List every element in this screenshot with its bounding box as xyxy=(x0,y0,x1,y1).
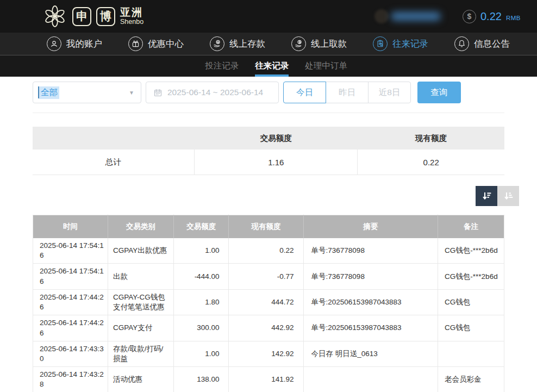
nav-item-label: 我的账户 xyxy=(66,38,102,50)
user-account-chip[interactable] xyxy=(374,9,441,23)
nav-item-announcements[interactable]: 信息公告 xyxy=(454,36,510,51)
records-column-header: 时间 xyxy=(33,215,108,239)
summary-table: 交易额度 现有额度 总计 1.16 0.22 xyxy=(33,127,504,175)
nav-item-promo-center[interactable]: 优惠中心 xyxy=(128,36,184,51)
gift-icon xyxy=(128,36,143,51)
chevron-down-icon: ▼ xyxy=(129,90,134,96)
table-cell: 单号:202506153987043883 xyxy=(303,289,438,315)
table-row: 2025-06-14 17:44:26CGPAY支付300.00442.92单号… xyxy=(33,315,504,341)
date-range-input[interactable]: 2025-06-14 ~ 2025-06-14 xyxy=(146,82,279,103)
table-row: 2025-06-14 17:54:16CGPAY出款优惠1.000.22单号:7… xyxy=(33,238,504,264)
table-row: 2025-06-14 17:44:26CGPAY-CG钱包支付笔笔送优惠1.80… xyxy=(33,289,504,315)
brand-char-shen: 申 xyxy=(72,7,91,26)
calendar-icon xyxy=(153,88,163,97)
table-cell: -444.00 xyxy=(173,264,228,289)
summary-header-empty xyxy=(33,127,195,150)
table-row: 2025-06-14 17:54:16出款-444.00-0.77单号:7367… xyxy=(33,264,504,289)
balance-amount: 0.22 xyxy=(480,10,502,23)
table-cell: CGPAY支付 xyxy=(108,315,173,341)
records-column-header: 现有额度 xyxy=(229,215,303,239)
brand-region: 亚洲 xyxy=(120,7,143,18)
nav-item-label: 优惠中心 xyxy=(148,38,184,50)
summary-transaction-total: 1.16 xyxy=(195,150,358,175)
table-cell: 444.72 xyxy=(229,289,303,315)
brand-name-en: Shenbo xyxy=(120,18,143,26)
quick-date-last-8-days-button[interactable]: 近8日 xyxy=(368,82,411,103)
table-cell: CG钱包 xyxy=(438,315,504,341)
table-cell: CGPAY-CG钱包支付笔笔送优惠 xyxy=(108,289,173,315)
nav-item-my-account[interactable]: 我的账户 xyxy=(47,36,102,51)
table-cell: 2025-06-14 17:44:26 xyxy=(33,315,108,341)
bell-icon xyxy=(454,36,469,51)
section-divider xyxy=(33,113,504,113)
quick-date-yesterday-button[interactable]: 昨日 xyxy=(326,82,369,103)
records-column-header: 交易类别 xyxy=(108,215,173,239)
records-column-header: 摘要 xyxy=(303,215,438,239)
sort-amount-asc-icon xyxy=(503,190,514,202)
table-cell: CG钱包-***2b6d xyxy=(438,238,504,264)
table-row: 2025-06-14 17:43:28活动优惠138.00141.92老会员彩金 xyxy=(33,367,504,392)
date-range-value: 2025-06-14 ~ 2025-06-14 xyxy=(167,88,263,97)
table-cell: 442.92 xyxy=(229,315,303,341)
table-cell: 2025-06-14 17:43:30 xyxy=(33,341,108,366)
type-select-value: 全部 xyxy=(39,86,59,99)
page: 申 博 亚洲 Shenbo $ 0.22 RMB 我的账户优惠中心线上存款线上取… xyxy=(0,0,537,392)
subtab-bar: 投注记录往来记录处理中订单 xyxy=(0,55,537,77)
sort-descending-button[interactable] xyxy=(476,186,497,206)
summary-total-row: 总计 1.16 0.22 xyxy=(33,150,504,175)
summary-header-current-balance: 现有额度 xyxy=(358,127,504,150)
content-area: 全部 ▼ 2025-06-14 ~ 2025-06-14 今日昨日近8日 查询 … xyxy=(0,77,537,392)
table-cell: CG钱包 xyxy=(438,289,504,315)
top-header: 申 博 亚洲 Shenbo $ 0.22 RMB xyxy=(0,0,537,33)
table-cell: 单号:736778098 xyxy=(303,264,438,289)
table-cell: 2025-06-14 17:43:28 xyxy=(33,367,108,392)
table-cell: 出款 xyxy=(108,264,173,289)
nav-item-label: 线上存款 xyxy=(229,38,265,50)
sort-controls xyxy=(33,186,519,206)
table-cell: 活动优惠 xyxy=(108,367,173,392)
brand-logo[interactable]: 申 博 亚洲 Shenbo xyxy=(42,4,143,29)
summary-header-row: 交易额度 现有额度 xyxy=(33,127,504,150)
table-cell: 2025-06-14 17:44:26 xyxy=(33,289,108,315)
sort-ascending-button[interactable] xyxy=(497,186,519,206)
records-column-header: 备注 xyxy=(438,215,504,239)
balance-currency: RMB xyxy=(506,15,521,21)
username-blurred xyxy=(391,12,441,21)
nav-item-transaction-records[interactable]: 往来记录 xyxy=(373,36,428,51)
subtab-bet-records[interactable]: 投注记录 xyxy=(204,55,240,77)
table-row: 2025-06-14 17:43:30存款/取款/打码/损益1.00142.92… xyxy=(33,341,504,366)
summary-balance-total: 0.22 xyxy=(358,150,504,175)
nav-item-label: 信息公告 xyxy=(474,38,510,50)
type-select[interactable]: 全部 ▼ xyxy=(33,82,141,103)
search-button[interactable]: 查询 xyxy=(417,82,461,103)
table-cell: CGPAY出款优惠 xyxy=(108,238,173,264)
quick-date-group: 今日昨日近8日 xyxy=(283,82,411,103)
sort-amount-desc-icon xyxy=(481,190,492,202)
table-cell: 300.00 xyxy=(173,315,228,341)
table-cell: 存款/取款/打码/损益 xyxy=(108,341,173,366)
table-cell: 单号:736778098 xyxy=(303,238,438,264)
quick-date-today-button[interactable]: 今日 xyxy=(283,82,326,103)
table-cell: 1.80 xyxy=(173,289,228,315)
summary-total-label: 总计 xyxy=(33,150,195,175)
withdraw-icon xyxy=(291,36,306,51)
records-column-header: 交易额度 xyxy=(173,215,228,239)
nav-item-label: 线上取款 xyxy=(311,38,347,50)
table-cell: 今日存 明日送_0613 xyxy=(303,341,438,366)
dollar-icon: $ xyxy=(463,10,476,23)
table-cell: -0.77 xyxy=(229,264,303,289)
table-cell: 老会员彩金 xyxy=(438,367,504,392)
table-cell: 2025-06-14 17:54:16 xyxy=(33,238,108,264)
filter-row: 全部 ▼ 2025-06-14 ~ 2025-06-14 今日昨日近8日 查询 xyxy=(33,82,504,103)
deposit-icon xyxy=(210,36,224,51)
user-icon xyxy=(47,36,61,51)
subtab-pending-orders[interactable]: 处理中订单 xyxy=(304,55,348,77)
table-cell: 141.92 xyxy=(229,367,303,392)
nav-item-online-withdraw[interactable]: 线上取款 xyxy=(291,36,347,51)
nav-item-online-deposit[interactable]: 线上存款 xyxy=(210,36,265,51)
records-icon xyxy=(373,36,388,51)
table-cell xyxy=(438,341,504,366)
brand-char-bo: 博 xyxy=(96,7,115,26)
subtab-transaction-records[interactable]: 往来记录 xyxy=(254,55,290,77)
records-header-row: 时间交易类别交易额度现有额度摘要备注 xyxy=(33,215,504,239)
